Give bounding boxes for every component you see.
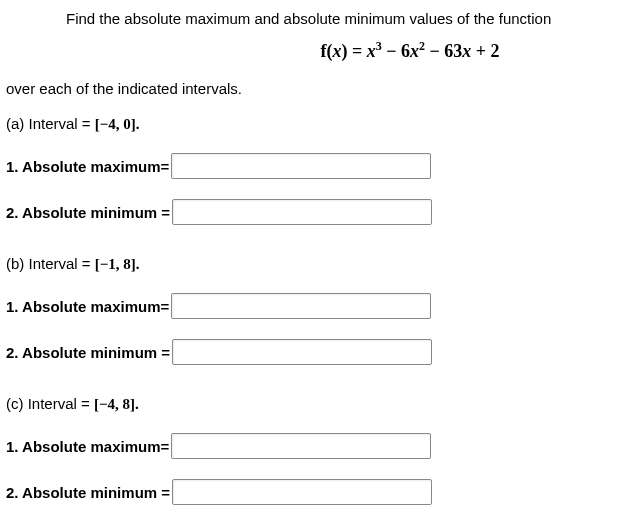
part-c-max-row: 1. Absolute maximum= (6, 427, 614, 473)
part-b-min-row: 2. Absolute minimum = (6, 333, 614, 379)
part-c: (c) Interval = [−4, 8]. 1. Absolute maxi… (6, 387, 614, 527)
part-c-interval-label: (c) Interval = [−4, 8]. (6, 389, 614, 427)
part-a-min-input[interactable] (172, 199, 432, 225)
part-b-max-row: 1. Absolute maximum= (6, 287, 614, 333)
part-b-max-label: 1. Absolute maximum= (6, 298, 169, 315)
part-b-max-input[interactable] (171, 293, 431, 319)
part-b-min-label: 2. Absolute minimum = (6, 344, 170, 361)
part-b: (b) Interval = [−1, 8]. 1. Absolute maxi… (6, 247, 614, 387)
part-a-interval: [−4, 0] (95, 116, 136, 132)
part-a-max-row: 1. Absolute maximum= (6, 147, 614, 193)
part-c-min-label: 2. Absolute minimum = (6, 484, 170, 501)
part-c-max-label: 1. Absolute maximum= (6, 438, 169, 455)
part-c-min-row: 2. Absolute minimum = (6, 473, 614, 519)
part-c-interval: [−4, 8] (94, 396, 135, 412)
part-a-prefix: (a) Interval = (6, 115, 95, 132)
question-prompt: Find the absolute maximum and absolute m… (6, 6, 614, 35)
part-c-prefix: (c) Interval = (6, 395, 94, 412)
part-c-max-input[interactable] (171, 433, 431, 459)
part-a-max-label: 1. Absolute maximum= (6, 158, 169, 175)
sub-intro: over each of the indicated intervals. (6, 76, 614, 107)
part-b-period: . (136, 256, 140, 272)
formula-row: f(x) = x3 − 6x2 − 63x + 2 (6, 35, 614, 76)
part-a-period: . (136, 116, 140, 132)
part-b-prefix: (b) Interval = (6, 255, 95, 272)
part-a-max-input[interactable] (171, 153, 431, 179)
part-a: (a) Interval = [−4, 0]. 1. Absolute maxi… (6, 107, 614, 247)
function-formula: f(x) = x3 − 6x2 − 63x + 2 (320, 41, 499, 62)
part-c-period: . (135, 396, 139, 412)
part-b-interval: [−1, 8] (95, 256, 136, 272)
part-b-interval-label: (b) Interval = [−1, 8]. (6, 249, 614, 287)
part-a-min-row: 2. Absolute minimum = (6, 193, 614, 239)
part-a-min-label: 2. Absolute minimum = (6, 204, 170, 221)
part-a-interval-label: (a) Interval = [−4, 0]. (6, 109, 614, 147)
part-b-min-input[interactable] (172, 339, 432, 365)
part-c-min-input[interactable] (172, 479, 432, 505)
